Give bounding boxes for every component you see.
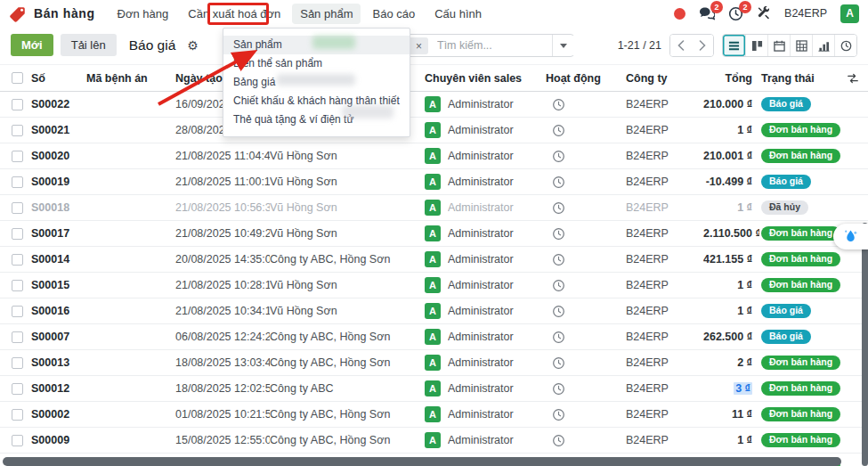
header-hoat-dong[interactable]: Hoạt động xyxy=(534,72,605,85)
salesperson-avatar: A xyxy=(425,251,441,267)
table-row[interactable]: S00018 21/08/2025 10:56:39 Vũ Hồng Sơn A… xyxy=(0,195,868,221)
row-checkbox[interactable] xyxy=(12,151,23,162)
gear-icon[interactable]: ⚙ xyxy=(187,38,199,53)
company-cell: B24ERP xyxy=(605,227,703,240)
activities-clock-icon[interactable]: 2 xyxy=(728,6,743,21)
status-cell: Đơn bán hàng xyxy=(759,149,837,164)
nav-item-đơn-hàng[interactable]: Đơn hàng xyxy=(110,4,177,24)
activity-cell[interactable] xyxy=(534,124,605,137)
vertical-scrollbar[interactable] xyxy=(862,223,868,466)
table-row[interactable]: S00022 16/09/202 A Administrator B24ERP … xyxy=(0,92,868,118)
activity-cell[interactable] xyxy=(534,201,605,215)
dropdown-item[interactable]: Chiết khấu & khách hàng thân thiết xyxy=(223,92,410,110)
company-cell: B24ERP xyxy=(605,305,703,317)
row-checkbox[interactable] xyxy=(12,383,23,395)
row-checkbox[interactable] xyxy=(12,280,23,291)
calendar-view-button[interactable] xyxy=(767,35,790,56)
activity-cell[interactable] xyxy=(534,253,605,266)
optional-columns-icon[interactable] xyxy=(837,72,868,85)
row-checkbox[interactable] xyxy=(12,306,23,317)
activity-cell[interactable] xyxy=(534,279,605,292)
tools-icon[interactable] xyxy=(757,6,771,20)
table-row[interactable]: S00013 18/08/2025 13:03:47 Công ty ABC, … xyxy=(0,350,868,376)
customer-name: Công ty ABC, Hồng Sơn xyxy=(270,408,418,421)
header-so[interactable]: Số xyxy=(31,72,86,85)
activity-cell[interactable] xyxy=(534,227,605,241)
creation-date: 21/08/2025 10:56:39 xyxy=(175,201,270,214)
app-name[interactable]: Bán hàng xyxy=(34,6,95,20)
salesperson-cell: A Administrator xyxy=(418,277,534,293)
row-checkbox[interactable] xyxy=(12,176,23,188)
table-row[interactable]: S00019 21/08/2025 11:00:16 Vũ Hồng Sơn A… xyxy=(0,169,868,195)
header-tong[interactable]: Tổng xyxy=(703,72,759,85)
header-sales[interactable]: Chuyên viên sales xyxy=(418,72,534,85)
activity-cell[interactable] xyxy=(534,382,605,396)
table-row[interactable]: S00017 21/08/2025 10:49:27 Vũ Hồng Sơn A… xyxy=(0,221,868,247)
graph-view-button[interactable] xyxy=(812,35,834,56)
table-row[interactable]: S00015 21/08/2025 10:28:13 Vũ Hồng Sơn A… xyxy=(0,273,868,298)
activity-cell[interactable] xyxy=(534,356,605,370)
nav-item-báo-cáo[interactable]: Báo cáo xyxy=(364,4,423,24)
activity-cell[interactable] xyxy=(534,98,605,111)
activity-cell[interactable] xyxy=(534,305,605,318)
select-all-checkbox[interactable] xyxy=(12,72,23,84)
salesperson-name: Administrator xyxy=(448,201,514,214)
dropdown-item[interactable]: Thẻ quà tặng & ví điện tử xyxy=(223,110,410,129)
row-checkbox[interactable] xyxy=(12,435,23,446)
nav-item-cấu-hình[interactable]: Cấu hình xyxy=(426,4,490,24)
pivot-view-button[interactable] xyxy=(790,35,812,56)
header-cong-ty[interactable]: Công ty xyxy=(605,72,703,85)
activity-cell[interactable] xyxy=(534,434,605,447)
pager-previous-button[interactable] xyxy=(670,35,692,56)
dropdown-item[interactable]: Biến thể sản phẩm xyxy=(223,54,410,73)
upload-button[interactable]: Tải lên xyxy=(61,34,117,56)
floating-widget-button[interactable] xyxy=(833,224,868,249)
table-row[interactable]: S00021 28/08/2025 13:53:17 Vũ Hồng Sơn A… xyxy=(0,118,868,143)
row-checkbox[interactable] xyxy=(12,357,23,369)
row-checkbox[interactable] xyxy=(12,254,23,266)
activity-cell[interactable] xyxy=(534,176,605,189)
nav-item-sản-phẩm[interactable]: Sản phẩm xyxy=(292,4,361,24)
row-checkbox[interactable] xyxy=(12,125,23,136)
order-number: S00007 xyxy=(31,331,86,343)
dropdown-item[interactable]: Bảng giá xyxy=(223,73,410,92)
table-row[interactable]: S00007 06/08/2025 12:24:23 Công ty ABC, … xyxy=(0,324,868,350)
salesperson-cell: A Administrator xyxy=(418,406,534,422)
activity-cell[interactable] xyxy=(534,331,605,344)
row-checkbox[interactable] xyxy=(12,228,23,240)
pager-buttons xyxy=(669,34,714,57)
creation-date: 21/08/2025 10:34:13 xyxy=(175,305,270,317)
salesperson-cell: A Administrator xyxy=(418,200,534,216)
row-checkbox[interactable] xyxy=(12,202,23,214)
row-checkbox[interactable] xyxy=(12,331,23,343)
user-avatar[interactable]: A xyxy=(840,4,859,23)
sales-app-icon[interactable] xyxy=(9,4,27,22)
header-ma-benh-an[interactable]: Mã bệnh án xyxy=(86,72,175,85)
table-row[interactable]: S00014 20/08/2025 14:35:07 Công ty ABC, … xyxy=(0,247,868,273)
nav-item-cần-xuất-hoá-đơn[interactable]: Cần xuất hoá đơn xyxy=(180,4,288,24)
activity-cell[interactable] xyxy=(534,150,605,163)
remove-filter-icon[interactable]: × xyxy=(416,40,422,53)
table-row[interactable]: S00009 15/08/2025 12:55:09 Công ty ABC, … xyxy=(0,428,868,454)
search-dropdown-toggle[interactable] xyxy=(552,35,573,56)
dropdown-item[interactable]: Sản phẩm xyxy=(223,36,410,54)
pager-next-button[interactable] xyxy=(692,35,713,56)
table-row[interactable]: S00002 01/08/2025 10:21:55 Công ty ABC, … xyxy=(0,402,868,428)
order-number: S00020 xyxy=(31,150,86,162)
salesperson-name: Administrator xyxy=(448,98,514,110)
new-button[interactable]: Mới xyxy=(11,34,53,56)
table-row[interactable]: S00020 21/08/2025 11:04:40 Vũ Hồng Sơn A… xyxy=(0,143,868,169)
creation-date: 21/08/2025 10:49:27 xyxy=(175,227,270,240)
row-checkbox[interactable] xyxy=(12,99,23,110)
horizontal-scrollbar[interactable] xyxy=(3,457,841,466)
activity-cell[interactable] xyxy=(534,408,605,421)
table-row[interactable]: S00012 18/08/2025 12:02:54 Công ty ABC A… xyxy=(0,376,868,402)
list-view-button[interactable] xyxy=(723,35,745,56)
company-switcher[interactable]: B24ERP xyxy=(784,7,827,20)
header-trang-thai[interactable]: Trạng thái xyxy=(759,72,837,85)
activity-view-button[interactable] xyxy=(834,35,856,56)
row-checkbox[interactable] xyxy=(12,409,23,421)
messages-icon[interactable]: 2 xyxy=(699,6,715,20)
table-row[interactable]: S00016 21/08/2025 10:34:13 Vũ Hồng Sơn A… xyxy=(0,298,868,324)
kanban-view-button[interactable] xyxy=(745,35,767,56)
